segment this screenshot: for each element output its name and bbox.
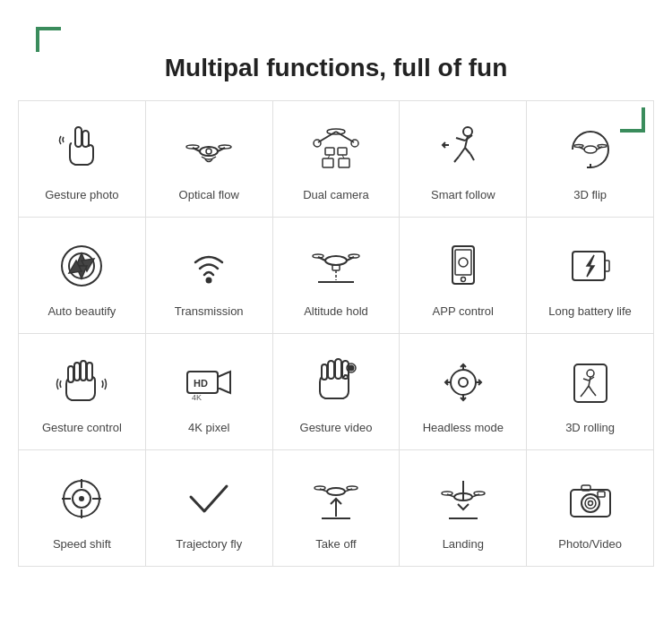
- features-grid: Gesture photo Optical flow: [18, 100, 654, 567]
- auto-beautify-label: Auto beautify: [47, 304, 116, 320]
- svg-point-45: [461, 278, 465, 282]
- gesture-control-icon: [50, 351, 113, 414]
- svg-point-64: [459, 378, 468, 387]
- svg-rect-14: [325, 148, 334, 155]
- altitude-hold-label: Altitude hold: [304, 304, 368, 320]
- auto-beautify-icon: [50, 235, 113, 297]
- svg-line-70: [584, 386, 589, 392]
- smart-follow-icon: [432, 118, 495, 181]
- dual-camera-label: Dual camera: [303, 188, 369, 203]
- 4k-pixel-label: 4K pixel: [188, 421, 229, 436]
- landing-label: Landing: [443, 537, 484, 552]
- app-control-icon: [432, 235, 495, 297]
- svg-point-81: [327, 488, 345, 495]
- optical-flow-label: Optical flow: [179, 188, 239, 203]
- cell-take-off: Take off: [273, 450, 401, 567]
- cell-optical-flow: Optical flow: [146, 101, 273, 218]
- svg-line-25: [465, 148, 470, 154]
- cell-gesture-control: Gesture control: [19, 334, 146, 450]
- svg-rect-16: [323, 158, 333, 167]
- svg-point-32: [598, 145, 607, 148]
- 3d-rolling-icon: [559, 351, 622, 414]
- svg-point-84: [314, 486, 325, 490]
- trajectory-fly-label: Trajectory fly: [176, 537, 242, 552]
- cell-speed-shift: Speed shift: [19, 450, 146, 567]
- svg-point-97: [585, 498, 596, 509]
- headless-mode-icon: [432, 351, 495, 414]
- 3d-flip-icon: [559, 118, 622, 181]
- gesture-video-label: Gesture video: [300, 421, 373, 436]
- svg-point-40: [349, 254, 359, 258]
- svg-point-36: [325, 256, 347, 265]
- svg-rect-49: [605, 261, 609, 271]
- svg-point-13: [351, 140, 358, 147]
- svg-line-24: [459, 148, 465, 157]
- cell-altitude-hold: Altitude hold: [273, 218, 401, 334]
- svg-point-39: [313, 254, 323, 258]
- cell-long-battery-life: Long battery life: [527, 218, 654, 334]
- svg-text:4K: 4K: [192, 393, 202, 402]
- smart-follow-label: Smart follow: [431, 188, 495, 203]
- svg-point-47: [459, 258, 468, 267]
- svg-point-7: [186, 145, 199, 149]
- svg-point-62: [349, 366, 353, 371]
- cell-app-control: APP control: [400, 218, 527, 334]
- svg-rect-57: [328, 361, 334, 379]
- cell-dual-camera: Dual camera: [273, 101, 401, 218]
- svg-text:HD: HD: [194, 378, 208, 389]
- photo-video-label: Photo/Video: [558, 537, 622, 552]
- svg-point-8: [219, 145, 231, 149]
- svg-point-35: [207, 278, 211, 283]
- landing-icon: [432, 467, 495, 530]
- cell-gesture-photo: Gesture photo: [19, 101, 146, 218]
- svg-point-92: [474, 492, 485, 495]
- gesture-photo-icon: [50, 118, 113, 181]
- svg-line-9: [318, 132, 336, 142]
- photo-video-icon: [559, 467, 622, 530]
- svg-point-28: [584, 146, 597, 153]
- cell-smart-follow: Smart follow: [400, 101, 527, 218]
- svg-line-27: [454, 157, 459, 162]
- 3d-rolling-label: 3D rolling: [565, 421, 615, 436]
- 4k-pixel-icon: HD 4K: [177, 351, 240, 414]
- svg-rect-51: [81, 361, 86, 381]
- corner-decoration-tl: [36, 27, 61, 52]
- svg-point-66: [587, 370, 594, 377]
- svg-line-68: [583, 379, 589, 381]
- cell-photo-video: Photo/Video: [527, 450, 654, 567]
- svg-point-91: [442, 492, 452, 495]
- optical-flow-icon: [177, 118, 240, 181]
- svg-line-26: [470, 154, 474, 160]
- take-off-label: Take off: [315, 537, 356, 552]
- take-off-icon: [305, 467, 367, 530]
- svg-rect-100: [598, 492, 605, 497]
- altitude-hold-icon: [305, 235, 367, 297]
- 3d-flip-label: 3D flip: [573, 188, 607, 203]
- app-control-label: APP control: [433, 304, 494, 320]
- svg-point-31: [574, 145, 583, 148]
- cell-auto-beautify: Auto beautify: [19, 218, 146, 334]
- gesture-video-icon: [305, 351, 367, 414]
- page-title: Multipal functions, full of fun: [0, 0, 672, 100]
- cell-3d-rolling: 3D rolling: [527, 334, 654, 450]
- cell-landing: Landing: [400, 450, 527, 567]
- long-battery-life-label: Long battery life: [548, 304, 632, 320]
- cell-4k-pixel: HD 4K 4K pixel: [146, 334, 273, 450]
- corner-decoration-br: [620, 107, 645, 133]
- svg-point-63: [451, 370, 476, 395]
- speed-shift-icon: [50, 467, 113, 530]
- svg-rect-50: [74, 363, 80, 381]
- svg-point-98: [588, 501, 592, 506]
- svg-rect-15: [338, 148, 347, 155]
- svg-rect-58: [335, 359, 341, 379]
- trajectory-fly-icon: [177, 467, 240, 530]
- svg-point-4: [206, 149, 211, 154]
- svg-line-10: [336, 132, 354, 142]
- long-battery-life-icon: [559, 235, 622, 297]
- svg-rect-1: [82, 131, 89, 147]
- svg-point-12: [314, 140, 321, 147]
- svg-rect-17: [339, 158, 349, 167]
- svg-line-67: [589, 377, 590, 386]
- svg-point-80: [79, 496, 84, 501]
- speed-shift-label: Speed shift: [53, 537, 111, 552]
